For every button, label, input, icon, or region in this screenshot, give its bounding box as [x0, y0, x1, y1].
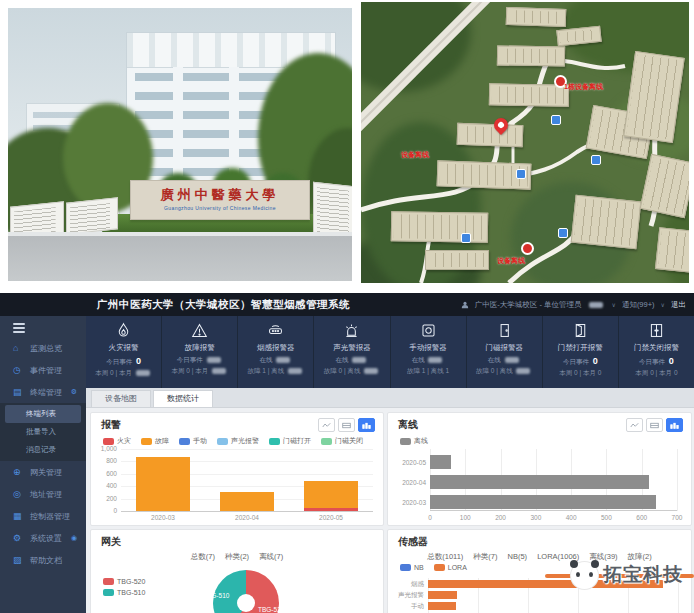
stat-card-8[interactable]: 门禁关闭报警今日事件 0本周 0 | 本月 0: [619, 316, 694, 388]
stat-card-5[interactable]: 手动报警器在线 故障 1 | 离线 1: [391, 316, 467, 388]
map-device-marker[interactable]: [558, 228, 568, 238]
info-icon[interactable]: ◉: [71, 534, 77, 542]
notifications[interactable]: 通知(99+): [622, 300, 655, 310]
sidebar-menu: ⌂监测总览◷事件管理▤终端管理⚙终端列表批量导入消息记录⊕网关管理◎地址管理▦控…: [0, 337, 86, 571]
map-alert-label: 设备离线: [401, 150, 429, 160]
sidebar-subitem[interactable]: 批量导入: [0, 423, 86, 441]
bar: [428, 591, 457, 599]
line-chart-button[interactable]: [626, 418, 643, 432]
redacted-value: [207, 357, 221, 363]
legend-swatch: [400, 564, 411, 571]
stat-line-1: 在线: [412, 356, 445, 365]
sidebar-item-3[interactable]: ▤终端管理⚙: [0, 381, 86, 403]
map-device-marker[interactable]: [461, 233, 471, 243]
stat-line-2: 本周 0 | 本月 0: [635, 369, 677, 378]
x-axis: [430, 510, 677, 511]
table-view-button[interactable]: [646, 418, 663, 432]
x-tick-label: 400: [566, 514, 577, 521]
bar-segment: [304, 481, 358, 508]
user-name[interactable]: 广中医-大学城校区 - 单位管理员: [475, 300, 582, 310]
logout-button[interactable]: 退出: [671, 300, 686, 310]
sidebar-item-4[interactable]: ⊕网关管理: [0, 461, 86, 483]
sidebar-item-7[interactable]: ⚙系统设置◉: [0, 527, 86, 549]
offline-legend: 离线: [388, 434, 691, 446]
bar-chart-button[interactable]: [666, 418, 683, 432]
redacted-value: [428, 357, 442, 363]
stat-line-1: 今日事件 0: [639, 356, 674, 367]
stat-line-1: 在线: [488, 356, 521, 365]
sidebar: ⌂监测总览◷事件管理▤终端管理⚙终端列表批量导入消息记录⊕网关管理◎地址管理▦控…: [0, 316, 86, 613]
sidebar-item-8[interactable]: ▨帮助文档: [0, 549, 86, 571]
stat-card-3[interactable]: 烟感报警器在线 故障 1 | 离线: [238, 316, 314, 388]
sidebar-subitem[interactable]: 终端列表: [5, 405, 81, 423]
legend-item[interactable]: 故障: [141, 436, 169, 446]
table-view-button[interactable]: [338, 418, 355, 432]
stat-card-1[interactable]: 火灾报警今日事件 0本周 0 | 本月: [86, 316, 162, 388]
tab-data-stats[interactable]: 数据统计: [153, 390, 213, 407]
map-alert-marker[interactable]: [521, 242, 534, 255]
map-building: [571, 195, 642, 250]
bar-segment: [220, 492, 274, 511]
siren-icon: [343, 322, 360, 340]
stat-card-2[interactable]: 故障报警今日事件 本周 0 | 本月: [162, 316, 238, 388]
offline-chart-panel: 离线 离线 01002003004005006007002020-052020-…: [387, 412, 692, 526]
legend-swatch: [400, 438, 411, 445]
sidebar-item-label: 网关管理: [30, 467, 62, 478]
chevron-down-icon[interactable]: ∨: [611, 301, 615, 308]
legend-item[interactable]: TBG-510: [103, 589, 145, 596]
legend-item[interactable]: 声光报警: [217, 436, 259, 446]
category-label: 烟感: [390, 580, 424, 589]
map-device-marker[interactable]: [551, 115, 561, 125]
stat-line-2: 故障 1 | 离线 1: [407, 367, 449, 376]
gear-icon[interactable]: ⚙: [71, 388, 77, 396]
stat-card-7[interactable]: 门禁打开报警今日事件 0本周 0 | 本月 0: [543, 316, 619, 388]
sidebar-subitem[interactable]: 消息记录: [0, 441, 86, 459]
sidebar-item-label: 系统设置: [30, 533, 62, 544]
menu-collapse-icon[interactable]: [13, 323, 25, 333]
map-device-marker[interactable]: [591, 155, 601, 165]
donut-hole: [237, 594, 255, 612]
legend-item[interactable]: 离线: [400, 436, 428, 446]
sidebar-item-1[interactable]: ⌂监测总览: [0, 337, 86, 359]
gateway-legend: TBG-520TBG-510: [103, 578, 145, 596]
stat-card-label: 火灾报警: [109, 343, 139, 353]
stat-text: 离线(7): [259, 552, 283, 562]
gateway-chart-panel: 网关 总数(7)种类(2)离线(7) TBG-520TBG-510 TBG-52…: [90, 529, 384, 613]
stat-card-6[interactable]: 门磁报警器在线 故障 0 | 离线: [467, 316, 543, 388]
doorclose-icon: [648, 322, 665, 340]
legend-item[interactable]: TBG-520: [103, 578, 145, 585]
x-tick-label: 300: [530, 514, 541, 521]
legend-swatch: [141, 438, 152, 445]
legend-item[interactable]: NB: [400, 564, 424, 571]
legend-item[interactable]: 门磁关闭: [321, 436, 363, 446]
tab-device-map[interactable]: 设备地图: [91, 390, 151, 407]
legend-item[interactable]: 门磁打开: [269, 436, 311, 446]
y-tick-label: 600: [93, 470, 117, 477]
sidebar-item-label: 终端管理: [30, 387, 62, 398]
sidebar-item-2[interactable]: ◷事件管理: [0, 359, 86, 381]
redacted-value: [589, 302, 603, 308]
dooropen-icon: [572, 322, 589, 340]
stat-card-label: 手动报警器: [409, 343, 447, 353]
stat-card-4[interactable]: 声光警报器在线 故障 0 | 离线: [314, 316, 390, 388]
photo-strip: 廣州中醫藥大學 Guangzhou University of Chinese …: [0, 0, 694, 293]
legend-swatch: [103, 589, 114, 596]
map-device-marker[interactable]: [516, 169, 526, 179]
line-chart-button[interactable]: [318, 418, 335, 432]
x-tick-label: 200: [495, 514, 506, 521]
chart-toolbar: [626, 418, 683, 432]
sidebar-item-5[interactable]: ◎地址管理: [0, 483, 86, 505]
stat-line-2: 故障 1 | 离线: [248, 367, 305, 376]
sidebar-item-6[interactable]: ▦控制器管理: [0, 505, 86, 527]
alarm-chart-title: 报警: [101, 418, 121, 432]
bar-chart-button[interactable]: [358, 418, 375, 432]
chevron-down-icon[interactable]: ∨: [661, 301, 665, 308]
bar: [430, 455, 451, 469]
legend-item[interactable]: LORA: [434, 564, 467, 571]
fault-icon: [191, 322, 208, 340]
x-tick-label: 0: [428, 514, 432, 521]
settings-icon: ⚙: [13, 534, 25, 543]
sensor-chart-title: 传感器: [398, 535, 428, 549]
category-label: 手动: [390, 602, 424, 611]
legend-item[interactable]: 手动: [179, 436, 207, 446]
